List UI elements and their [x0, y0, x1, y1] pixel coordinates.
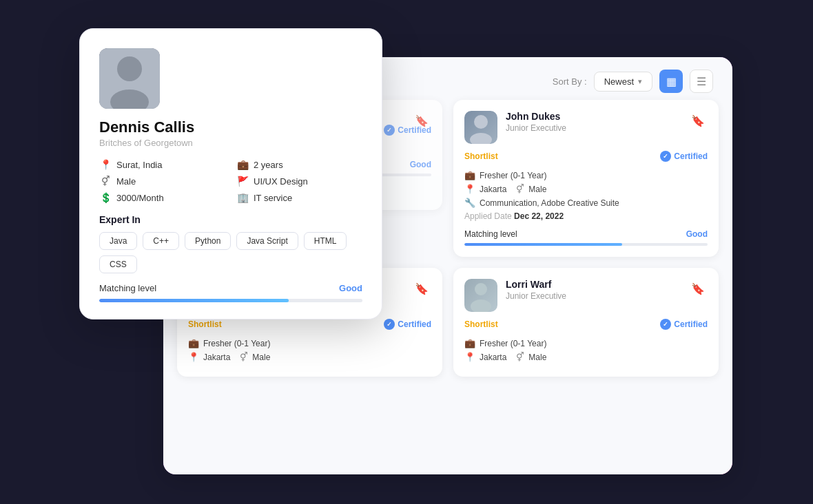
skills-grid: Java C++ Python Java Script HTML CSS — [99, 232, 362, 273]
location-icon-3: 📍 — [464, 352, 475, 362]
experience-detail: 💼 2 years — [236, 159, 362, 170]
certified-badge: ✓ Certified — [384, 125, 431, 136]
lorri-certified-badge: ✓ Certified — [660, 319, 708, 330]
lorri-shortlist-label: Shortlist — [464, 319, 498, 329]
john-experience-row: 💼 Fresher (0-1 Year) — [464, 170, 708, 180]
expertise-detail: 🚩 UI/UX Design — [236, 176, 362, 187]
john-matching-section: Matching level Good — [464, 229, 708, 246]
person-silhouette — [464, 279, 497, 312]
john-certified-badge: ✓ Certified — [660, 151, 708, 162]
kenneth-location-row: 📍 Jakarta ⚥ Male — [188, 352, 431, 362]
john-matching-value: Good — [686, 229, 708, 239]
building-detail-icon: 🏢 — [236, 192, 249, 203]
john-skills: Communication, Adobe Creative Suite — [480, 198, 619, 208]
svg-point-1 — [470, 133, 492, 144]
industry-detail: 🏢 IT service — [236, 192, 362, 203]
svg-point-4 — [475, 283, 487, 295]
john-applied-row: Applied Date Dec 22, 2022 — [464, 211, 708, 221]
expert-title: Expert In — [99, 214, 362, 225]
kenneth-certified-badge: ✓ Certified — [384, 319, 431, 330]
kenneth-certified-text: Certified — [398, 319, 431, 329]
kenneth-certified-icon: ✓ — [384, 319, 395, 330]
profile-matching-section: Matching level Good — [99, 283, 362, 302]
john-matching-label: Matching level — [464, 229, 517, 239]
kenneth-gender: Male — [252, 353, 270, 362]
profile-matching-value: Good — [339, 283, 362, 293]
applied-label: Applied Date — [464, 211, 512, 221]
dennis-gender: Male — [116, 176, 136, 187]
dennis-experience: 2 years — [254, 160, 283, 170]
lorri-avatar — [464, 279, 497, 312]
gender-detail-icon: ⚥ — [99, 176, 112, 187]
kenneth-experience-row: 💼 Fresher (0-1 Year) — [188, 338, 431, 348]
dennis-location: Surat, India — [116, 160, 163, 170]
skill-cpp: C++ — [143, 232, 179, 250]
lorri-gender: Male — [528, 353, 546, 362]
john-dukes-card: John Dukes Junior Executive 🔖 Shortlist … — [453, 100, 719, 257]
gender-icon: ⚥ — [516, 184, 524, 194]
skill-java: Java — [99, 232, 137, 250]
skill-python: Python — [185, 232, 231, 250]
john-location: Jakarta — [480, 185, 506, 194]
lorri-experience: Fresher (0-1 Year) — [480, 339, 546, 348]
kenneth-experience: Fresher (0-1 Year) — [203, 339, 270, 348]
partial-matching-value: Good — [410, 160, 431, 169]
dennis-company: Britches of Georgetown — [99, 138, 362, 148]
sort-label: Sort By : — [553, 76, 587, 87]
svg-point-5 — [471, 300, 491, 312]
lorri-certified-icon: ✓ — [660, 319, 671, 330]
skill-html: HTML — [304, 232, 347, 250]
briefcase-icon: 💼 — [464, 170, 475, 180]
skills-icon: 🔧 — [464, 198, 475, 208]
john-applied-date: Dec 22, 2022 — [514, 211, 564, 221]
lorri-certified-text: Certified — [674, 319, 708, 329]
john-bookmark-button[interactable]: 🔖 — [688, 111, 708, 130]
kenneth-location: Jakarta — [203, 353, 230, 362]
profile-card: Dennis Callis Britches of Georgetown 📍 S… — [79, 28, 382, 319]
sort-dropdown[interactable]: Newest ▾ — [594, 72, 652, 92]
lorri-role: Junior Executive — [506, 291, 680, 301]
skill-css: CSS — [99, 255, 137, 273]
gender-icon-3: ⚥ — [516, 352, 524, 362]
location-detail: 📍 Surat, India — [99, 159, 225, 170]
lorri-location: Jakarta — [480, 353, 506, 362]
john-experience: Fresher (0-1 Year) — [480, 171, 546, 180]
kenneth-bookmark-button[interactable]: 🔖 — [412, 279, 431, 298]
location-icon: 📍 — [464, 184, 475, 194]
john-gender: Male — [528, 185, 546, 194]
dennis-industry: IT service — [254, 193, 292, 203]
profile-details-grid: 📍 Surat, India 💼 2 years ⚥ Male 🚩 UI/UX … — [99, 159, 362, 203]
svg-point-7 — [117, 56, 142, 81]
dennis-silhouette — [99, 48, 160, 109]
svg-point-0 — [474, 115, 488, 129]
certified-icon: ✓ — [384, 125, 395, 136]
john-role: Junior Executive — [506, 123, 680, 133]
gender-icon-2: ⚥ — [240, 352, 248, 362]
person-silhouette — [464, 111, 497, 144]
john-certified-icon: ✓ — [660, 151, 671, 162]
dennis-salary: 3000/Month — [116, 193, 164, 203]
lorri-experience-row: 💼 Fresher (0-1 Year) — [464, 338, 708, 348]
lorri-name: Lorri Warf — [506, 279, 680, 290]
dennis-expertise: UI/UX Design — [254, 176, 308, 187]
grid-view-button[interactable]: ▦ — [659, 70, 683, 93]
john-avatar — [464, 111, 497, 144]
salary-detail-icon: 💲 — [99, 192, 112, 203]
expert-section: Expert In Java C++ Python Java Script HT… — [99, 214, 362, 273]
john-shortlist-label: Shortlist — [464, 151, 498, 161]
lorri-bookmark-button[interactable]: 🔖 — [688, 279, 708, 298]
briefcase-icon-2: 💼 — [188, 338, 199, 348]
john-location-row: 📍 Jakarta ⚥ Male — [464, 184, 708, 194]
profile-matching-label: Matching level — [99, 283, 156, 293]
list-icon: ☰ — [697, 75, 706, 88]
list-view-button[interactable]: ☰ — [690, 70, 713, 93]
flag-detail-icon: 🚩 — [236, 176, 249, 187]
chevron-down-icon: ▾ — [638, 77, 642, 86]
john-skills-row: 🔧 Communication, Adobe Creative Suite — [464, 198, 708, 208]
briefcase-icon-3: 💼 — [464, 338, 475, 348]
john-certified-text: Certified — [674, 151, 708, 161]
location-detail-icon: 📍 — [99, 159, 112, 170]
sort-value: Newest — [604, 76, 634, 87]
lorri-warf-card: Lorri Warf Junior Executive 🔖 Shortlist … — [453, 268, 719, 377]
location-icon-2: 📍 — [188, 352, 199, 362]
